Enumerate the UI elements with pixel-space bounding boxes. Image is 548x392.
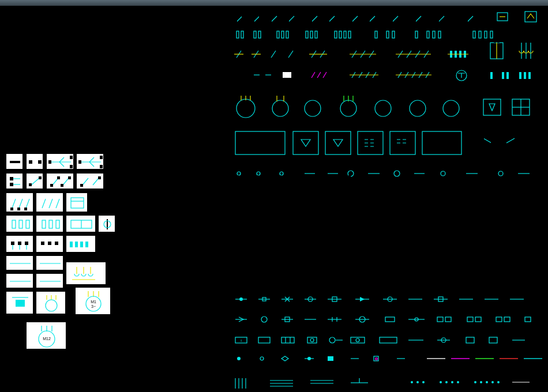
cad-model-space[interactable]: M13~ M12 M123~ M3~ M1~ M3~ bbox=[0, 6, 548, 392]
svg-point-348 bbox=[422, 381, 425, 383]
svg-rect-292 bbox=[445, 317, 451, 322]
svg-point-243 bbox=[237, 172, 241, 175]
svg-text:3~: 3~ bbox=[381, 108, 385, 112]
svg-rect-128 bbox=[335, 31, 337, 38]
svg-line-89 bbox=[237, 16, 242, 22]
svg-text:3~: 3~ bbox=[415, 108, 420, 112]
svg-rect-139 bbox=[473, 31, 475, 38]
svg-rect-233 bbox=[235, 131, 285, 154]
svg-rect-294 bbox=[475, 317, 481, 322]
svg-rect-293 bbox=[467, 317, 473, 322]
svg-rect-198 bbox=[524, 72, 526, 79]
svg-line-242 bbox=[506, 138, 515, 143]
svg-point-306 bbox=[329, 337, 335, 343]
svg-rect-288 bbox=[385, 317, 395, 322]
svg-rect-138 bbox=[438, 31, 441, 38]
svg-rect-325 bbox=[374, 356, 378, 361]
svg-rect-112 bbox=[413, 21, 416, 24]
row-dots bbox=[237, 356, 405, 363]
svg-rect-122 bbox=[277, 31, 279, 38]
window-titlebar bbox=[0, 0, 548, 6]
svg-rect-131 bbox=[348, 31, 351, 38]
svg-rect-258 bbox=[279, 175, 281, 178]
svg-rect-135 bbox=[415, 31, 418, 38]
svg-rect-196 bbox=[506, 72, 509, 79]
svg-rect-129 bbox=[339, 31, 341, 38]
svg-rect-238 bbox=[422, 131, 461, 154]
svg-rect-136 bbox=[427, 31, 429, 38]
svg-rect-102 bbox=[242, 14, 245, 17]
svg-line-95 bbox=[352, 16, 358, 22]
svg-rect-297 bbox=[525, 317, 531, 322]
svg-line-179 bbox=[311, 72, 315, 78]
svg-rect-229 bbox=[483, 99, 501, 115]
svg-text:1~: 1~ bbox=[310, 108, 315, 112]
svg-rect-130 bbox=[344, 31, 346, 38]
svg-point-349 bbox=[440, 381, 442, 383]
svg-point-350 bbox=[445, 381, 448, 383]
row-enclosures bbox=[235, 131, 515, 154]
svg-line-96 bbox=[369, 16, 375, 22]
svg-point-355 bbox=[486, 381, 488, 383]
svg-point-250 bbox=[394, 171, 400, 176]
svg-rect-119 bbox=[241, 31, 243, 38]
svg-point-319 bbox=[260, 357, 264, 360]
svg-point-309 bbox=[356, 338, 359, 342]
svg-point-351 bbox=[451, 381, 453, 383]
svg-point-252 bbox=[441, 171, 445, 176]
row-mixed bbox=[237, 70, 531, 81]
svg-rect-199 bbox=[528, 72, 531, 79]
row-fuses bbox=[237, 31, 493, 38]
svg-rect-310 bbox=[380, 337, 397, 343]
svg-line-94 bbox=[329, 16, 335, 22]
svg-line-90 bbox=[254, 16, 260, 22]
svg-point-305 bbox=[310, 338, 314, 342]
svg-line-97 bbox=[392, 16, 398, 22]
svg-rect-141 bbox=[485, 31, 487, 38]
svg-rect-125 bbox=[306, 31, 308, 38]
svg-point-254 bbox=[498, 171, 503, 176]
svg-rect-124 bbox=[286, 31, 288, 38]
svg-point-354 bbox=[480, 381, 482, 383]
svg-text:3~: 3~ bbox=[449, 108, 453, 112]
svg-text:M: M bbox=[279, 104, 282, 108]
svg-rect-240 bbox=[481, 137, 484, 140]
row-lower-2 bbox=[235, 316, 531, 322]
svg-rect-241 bbox=[491, 142, 494, 145]
svg-rect-300 bbox=[258, 337, 270, 343]
svg-line-239 bbox=[483, 138, 491, 143]
svg-rect-133 bbox=[386, 31, 389, 38]
svg-line-148 bbox=[288, 51, 293, 58]
svg-rect-107 bbox=[309, 21, 312, 24]
row-rails bbox=[235, 378, 530, 389]
row-breakers bbox=[234, 40, 533, 59]
svg-point-353 bbox=[474, 381, 476, 383]
svg-rect-134 bbox=[392, 31, 395, 38]
svg-rect-117 bbox=[525, 12, 536, 22]
svg-rect-105 bbox=[269, 21, 272, 24]
svg-rect-110 bbox=[367, 21, 370, 24]
svg-line-93 bbox=[311, 16, 317, 22]
svg-rect-260 bbox=[315, 172, 317, 174]
svg-rect-344 bbox=[385, 380, 389, 384]
svg-text:3~: 3~ bbox=[346, 108, 351, 112]
svg-point-244 bbox=[257, 172, 260, 175]
svg-text:I: I bbox=[241, 339, 242, 342]
svg-rect-169 bbox=[497, 40, 500, 43]
svg-point-356 bbox=[491, 381, 494, 383]
svg-rect-140 bbox=[479, 31, 481, 38]
svg-rect-315 bbox=[489, 337, 497, 343]
svg-rect-194 bbox=[490, 72, 493, 79]
svg-rect-109 bbox=[350, 21, 352, 24]
svg-rect-257 bbox=[256, 175, 258, 178]
svg-point-317 bbox=[237, 357, 241, 360]
svg-rect-111 bbox=[390, 21, 393, 24]
svg-rect-296 bbox=[504, 317, 510, 322]
svg-text:M: M bbox=[416, 104, 419, 108]
svg-point-281 bbox=[261, 316, 267, 322]
svg-line-181 bbox=[323, 72, 326, 78]
svg-rect-137 bbox=[433, 31, 435, 38]
svg-rect-174 bbox=[241, 73, 244, 76]
row-contacts bbox=[234, 12, 536, 24]
svg-rect-104 bbox=[259, 14, 262, 17]
